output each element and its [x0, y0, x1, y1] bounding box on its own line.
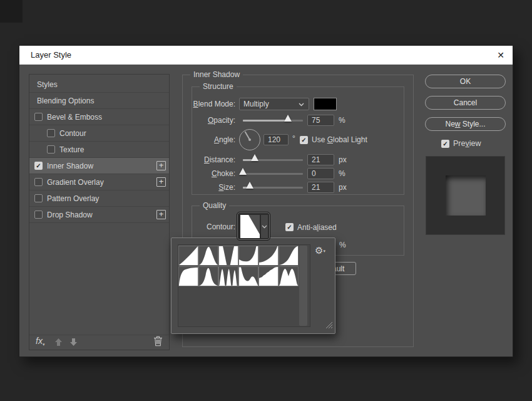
- fx-menu-button[interactable]: fx▾: [36, 336, 52, 348]
- contour-tile-rounded-steps[interactable]: [259, 267, 278, 286]
- trash-icon: [153, 336, 163, 346]
- sidebar-item-label: Texture: [59, 145, 84, 154]
- choke-label: Choke:: [141, 169, 235, 178]
- structure-title: Structure: [200, 82, 237, 91]
- shadow-color-swatch[interactable]: [314, 98, 337, 110]
- contour-tile-ring[interactable]: [199, 267, 218, 286]
- size-unit: px: [339, 183, 347, 192]
- contour-grid: [179, 246, 298, 286]
- contour-tile-cove-deep[interactable]: [239, 246, 258, 265]
- contour-picker-scrollbar[interactable]: [299, 246, 307, 326]
- cancel-button[interactable]: Cancel: [425, 96, 506, 110]
- contour-tile-gaussian[interactable]: [279, 246, 298, 265]
- sidebar-item-label: Pattern Overlay: [47, 194, 99, 203]
- contour-tile-ring-double[interactable]: [219, 267, 238, 286]
- contour-tile-linear[interactable]: [179, 246, 198, 265]
- effect-preview-thumbnail: [426, 156, 505, 235]
- distance-value: 21: [312, 155, 320, 164]
- resize-grip-icon: [324, 320, 333, 329]
- effect-checkbox[interactable]: [47, 129, 55, 137]
- choke-slider-thumb[interactable]: [239, 168, 247, 175]
- choke-value: 0: [312, 169, 316, 178]
- picker-menu-button[interactable]: ⚙▾: [315, 245, 331, 256]
- angle-unit: °: [292, 134, 295, 143]
- contour-picker-popup: ⚙▾: [171, 237, 335, 334]
- add-instance-icon[interactable]: +: [156, 210, 166, 219]
- contour-tile-sawtooth-1[interactable]: [279, 267, 298, 286]
- chevron-down-icon: [262, 225, 267, 229]
- distance-label: Distance:: [141, 155, 235, 164]
- title-bar[interactable]: Layer Style ✕: [19, 46, 513, 65]
- sidebar-item-label: Blending Options: [37, 96, 94, 105]
- distance-slider-thumb[interactable]: [251, 154, 258, 161]
- size-slider-thumb[interactable]: [246, 182, 253, 189]
- sidebar-item-label: Bevel & Emboss: [47, 113, 102, 122]
- choke-slider[interactable]: [243, 173, 303, 175]
- sidebar-item-drop-shadow[interactable]: Drop Shadow +: [29, 207, 169, 223]
- effect-checkbox-checked[interactable]: ✓: [34, 162, 43, 170]
- effect-checkbox[interactable]: [34, 113, 43, 121]
- anti-aliased-checkbox[interactable]: ✓: [285, 223, 294, 231]
- fx-icon: fx: [36, 336, 43, 346]
- effect-checkbox[interactable]: [34, 178, 43, 186]
- resize-grip[interactable]: [324, 320, 334, 330]
- layer-style-dialog: Layer Style ✕ Styles Blending Options Be…: [19, 45, 513, 357]
- opacity-slider-thumb[interactable]: [284, 115, 292, 122]
- size-input[interactable]: 21: [307, 182, 334, 193]
- gear-icon: ⚙: [315, 245, 323, 256]
- blend-mode-dropdown[interactable]: Multiply: [239, 98, 309, 110]
- list-footer-divider: [29, 335, 169, 335]
- effect-checkbox[interactable]: [34, 194, 43, 202]
- sidebar-item-label: Inner Shadow: [47, 162, 93, 170]
- sidebar-item-styles[interactable]: Styles: [29, 76, 169, 93]
- use-global-light-label: Use Global Light: [312, 135, 367, 144]
- contour-tile-cone[interactable]: [199, 246, 218, 265]
- chevron-down-icon: [299, 103, 304, 107]
- choke-input[interactable]: 0: [307, 168, 334, 179]
- effect-checkbox[interactable]: [34, 211, 43, 219]
- size-value: 21: [312, 183, 320, 192]
- sidebar-item-label: Contour: [59, 129, 86, 138]
- ok-label: OK: [460, 77, 471, 86]
- contour-tile-half-round[interactable]: [179, 267, 198, 286]
- contour-tile-cone-inverted[interactable]: [219, 246, 238, 265]
- preview-label: Preview: [453, 139, 481, 148]
- angle-value: 120: [268, 135, 280, 144]
- new-style-button[interactable]: New Style...: [425, 117, 506, 131]
- move-effect-down-button[interactable]: [69, 338, 78, 346]
- choke-unit: %: [339, 169, 345, 178]
- arrow-down-icon: [69, 338, 78, 346]
- effect-checkbox[interactable]: [47, 145, 55, 154]
- opacity-unit: %: [339, 116, 345, 125]
- ok-button[interactable]: OK: [425, 75, 506, 88]
- contour-dropdown-strip[interactable]: [260, 215, 268, 238]
- preview-checkbox[interactable]: ✓: [441, 140, 449, 148]
- opacity-input[interactable]: 75: [307, 115, 334, 126]
- desktop: { "icons":{"close":"✕","check":"✓","gear…: [0, 0, 532, 401]
- preview-shape: [446, 175, 486, 216]
- sidebar-item-label: Styles: [37, 80, 58, 89]
- cancel-label: Cancel: [454, 98, 477, 107]
- contour-swatch-button[interactable]: [237, 212, 270, 241]
- angle-input[interactable]: 120: [263, 134, 289, 145]
- contour-label: Contour:: [160, 222, 235, 231]
- caret-down-icon: ▾: [43, 342, 45, 346]
- distance-unit: px: [339, 155, 347, 164]
- delete-effect-button[interactable]: [153, 336, 163, 347]
- move-effect-up-button[interactable]: [54, 338, 63, 346]
- angle-dial-center: [248, 138, 251, 141]
- close-icon[interactable]: ✕: [497, 50, 504, 60]
- anti-aliased-label: Anti-aliased: [297, 223, 337, 232]
- contour-tile-rolling-slope-descending[interactable]: [239, 267, 258, 286]
- contour-thumbnail: [240, 215, 260, 238]
- sidebar-item-label: Drop Shadow: [47, 211, 93, 219]
- noise-unit: %: [339, 241, 346, 249]
- distance-input[interactable]: 21: [307, 154, 334, 165]
- caret-down-icon: ▾: [323, 249, 325, 253]
- sidebar-item-pattern-overlay[interactable]: Pattern Overlay: [29, 190, 169, 207]
- opacity-value: 75: [312, 116, 320, 125]
- use-global-light-checkbox[interactable]: ✓: [300, 136, 308, 144]
- blend-mode-value: Multiply: [243, 100, 269, 108]
- contour-tile-cove-shallow[interactable]: [259, 246, 278, 265]
- quality-title: Quality: [200, 201, 229, 211]
